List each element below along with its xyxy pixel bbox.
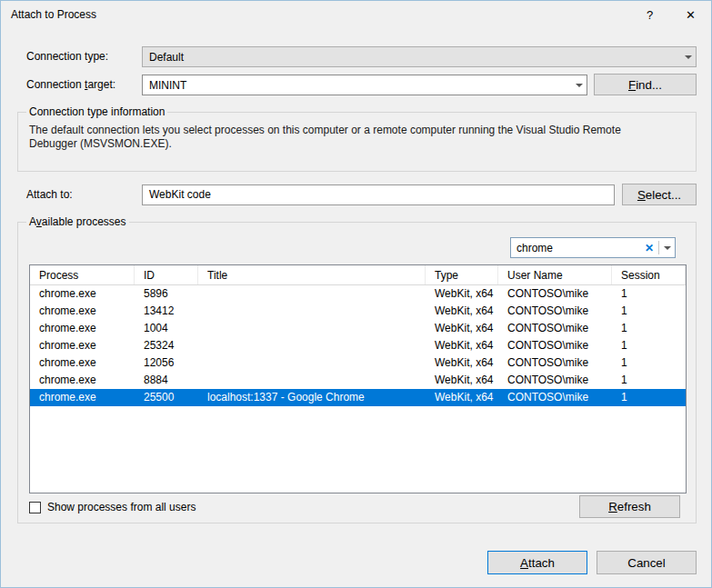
process-cell-title bbox=[198, 303, 426, 320]
filter-dropdown-icon[interactable] bbox=[659, 238, 675, 257]
process-cell-type: WebKit, x64 bbox=[426, 337, 498, 354]
connection-info-groupbox: Connection type information The default … bbox=[17, 112, 697, 172]
process-cell-session: 1 bbox=[612, 389, 686, 406]
process-row[interactable]: chrome.exe25500localhost:1337 - Google C… bbox=[30, 389, 686, 406]
process-row[interactable]: chrome.exe12056WebKit, x64CONTOSO\mike1 bbox=[30, 354, 686, 372]
process-cell-process: chrome.exe bbox=[30, 303, 135, 320]
select-button[interactable]: Select... bbox=[622, 184, 697, 205]
process-cell-session: 1 bbox=[612, 354, 686, 372]
process-row[interactable]: chrome.exe5896WebKit, x64CONTOSO\mike1 bbox=[30, 285, 686, 303]
attach-to-process-dialog: Attach to Process ? ✕ Connection type: D… bbox=[0, 0, 712, 588]
process-cell-title bbox=[198, 285, 426, 303]
process-cell-session: 1 bbox=[612, 320, 686, 337]
attach-to-field[interactable]: WebKit code bbox=[142, 184, 615, 205]
process-cell-process: chrome.exe bbox=[30, 285, 135, 303]
process-cell-id: 25324 bbox=[135, 337, 198, 354]
process-table-header: Process ID Title Type User Name Session bbox=[30, 265, 686, 285]
process-cell-title bbox=[198, 354, 426, 372]
process-cell-process: chrome.exe bbox=[30, 320, 135, 337]
process-table: Process ID Title Type User Name Session … bbox=[29, 264, 687, 493]
process-cell-id: 25500 bbox=[135, 389, 198, 406]
process-cell-user: CONTOSO\mike bbox=[498, 320, 612, 337]
chevron-down-icon[interactable] bbox=[571, 75, 587, 95]
process-cell-session: 1 bbox=[612, 303, 686, 320]
attach-to-label: Attach to: bbox=[26, 184, 73, 205]
process-cell-id: 1004 bbox=[135, 320, 198, 337]
column-header-session[interactable]: Session bbox=[612, 265, 686, 284]
process-cell-id: 12056 bbox=[135, 354, 198, 372]
window-title: Attach to Process bbox=[11, 8, 96, 21]
process-cell-session: 1 bbox=[612, 285, 686, 303]
process-cell-process: chrome.exe bbox=[30, 389, 135, 406]
connection-target-combobox[interactable]: MININT bbox=[142, 75, 587, 95]
show-all-users-label[interactable]: Show processes from all users bbox=[47, 501, 196, 513]
process-cell-id: 5896 bbox=[135, 285, 198, 303]
process-filter[interactable]: ✕ bbox=[510, 237, 676, 258]
connection-info-text: The default connection lets you select p… bbox=[29, 124, 641, 151]
process-row[interactable]: chrome.exe8884WebKit, x64CONTOSO\mike1 bbox=[30, 372, 686, 389]
process-cell-session: 1 bbox=[612, 372, 686, 389]
process-row[interactable]: chrome.exe25324WebKit, x64CONTOSO\mike1 bbox=[30, 337, 686, 354]
column-header-process[interactable]: Process bbox=[30, 265, 135, 284]
process-cell-id: 8884 bbox=[135, 372, 198, 389]
connection-target-value: MININT bbox=[143, 79, 571, 92]
refresh-button[interactable]: Refresh bbox=[579, 495, 680, 518]
process-cell-title bbox=[198, 320, 426, 337]
process-cell-title: localhost:1337 - Google Chrome bbox=[198, 389, 426, 406]
close-icon[interactable]: ✕ bbox=[670, 1, 711, 28]
available-processes-groupbox: Available processes ✕ Process ID Title T… bbox=[17, 222, 697, 523]
process-row[interactable]: chrome.exe1004WebKit, x64CONTOSO\mike1 bbox=[30, 320, 686, 337]
process-cell-type: WebKit, x64 bbox=[426, 372, 498, 389]
find-button[interactable]: Find... bbox=[594, 74, 697, 95]
column-header-id[interactable]: ID bbox=[135, 265, 198, 284]
process-cell-user: CONTOSO\mike bbox=[498, 354, 612, 372]
process-cell-session: 1 bbox=[612, 337, 686, 354]
connection-type-value: Default bbox=[143, 51, 680, 64]
connection-type-combobox[interactable]: Default bbox=[142, 46, 697, 67]
process-cell-process: chrome.exe bbox=[30, 337, 135, 354]
process-cell-user: CONTOSO\mike bbox=[498, 389, 612, 406]
process-cell-type: WebKit, x64 bbox=[426, 389, 498, 406]
column-header-user-name[interactable]: User Name bbox=[498, 265, 612, 284]
show-all-users-checkbox[interactable] bbox=[29, 502, 41, 513]
titlebar: Attach to Process ? ✕ bbox=[1, 1, 711, 28]
connection-type-label: Connection type: bbox=[26, 46, 108, 67]
process-cell-type: WebKit, x64 bbox=[426, 303, 498, 320]
titlebar-buttons: ? ✕ bbox=[629, 1, 711, 28]
column-header-title[interactable]: Title bbox=[198, 265, 426, 284]
process-cell-user: CONTOSO\mike bbox=[498, 285, 612, 303]
process-rows: chrome.exe5896WebKit, x64CONTOSO\mike1ch… bbox=[30, 285, 686, 406]
help-icon[interactable]: ? bbox=[629, 1, 670, 28]
cancel-button[interactable]: Cancel bbox=[597, 551, 697, 574]
process-cell-type: WebKit, x64 bbox=[426, 354, 498, 372]
process-cell-id: 13412 bbox=[135, 303, 198, 320]
connection-info-group-title: Connection type information bbox=[26, 105, 167, 118]
column-header-type[interactable]: Type bbox=[426, 265, 498, 284]
process-cell-type: WebKit, x64 bbox=[426, 320, 498, 337]
chevron-down-icon[interactable] bbox=[680, 47, 696, 66]
filter-clear-icon[interactable]: ✕ bbox=[640, 242, 658, 254]
process-cell-process: chrome.exe bbox=[30, 372, 135, 389]
process-cell-process: chrome.exe bbox=[30, 354, 135, 372]
process-cell-user: CONTOSO\mike bbox=[498, 337, 612, 354]
process-cell-user: CONTOSO\mike bbox=[498, 372, 612, 389]
process-row[interactable]: chrome.exe13412WebKit, x64CONTOSO\mike1 bbox=[30, 303, 686, 320]
process-cell-type: WebKit, x64 bbox=[426, 285, 498, 303]
available-processes-group-title: Available processes bbox=[26, 215, 129, 228]
attach-button[interactable]: Attach bbox=[487, 551, 587, 574]
process-filter-input[interactable] bbox=[511, 242, 640, 254]
process-cell-title bbox=[198, 337, 426, 354]
connection-target-label: Connection target: bbox=[26, 75, 115, 95]
show-all-users-option: Show processes from all users bbox=[29, 501, 196, 513]
process-cell-title bbox=[198, 372, 426, 389]
process-cell-user: CONTOSO\mike bbox=[498, 303, 612, 320]
